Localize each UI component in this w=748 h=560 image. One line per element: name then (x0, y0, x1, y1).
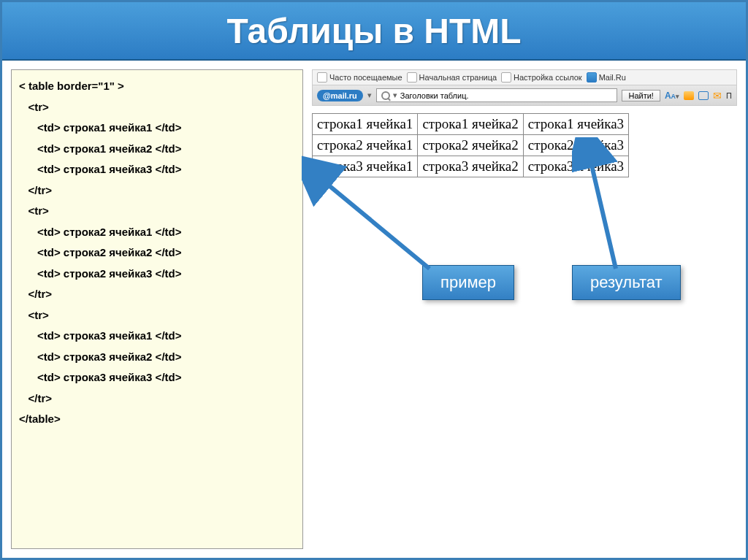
page-icon (501, 72, 511, 83)
code-line: </table> (19, 409, 295, 430)
font-size-icon[interactable]: AA▾ (665, 91, 679, 101)
code-line: </tr> (19, 180, 295, 202)
table-cell: строка1 ячейка1 (313, 114, 418, 135)
result-table: строка1 ячейка1 строка1 ячейка2 строка1 … (312, 113, 629, 177)
table-cell: строка3 ячейка1 (313, 156, 418, 177)
table-cell: строка3 ячейка3 (523, 156, 628, 177)
code-line: </tr> (19, 388, 295, 410)
table-cell: строка2 ячейка2 (418, 135, 523, 156)
code-line: <td> строка1 ячейка3 </td> (19, 159, 295, 180)
code-line: <td> строка3 ячейка3 </td> (19, 367, 295, 388)
code-line: <tr> (19, 97, 295, 118)
table-cell: строка1 ячейка3 (523, 114, 628, 135)
slide-title: Таблицы в HTML (226, 11, 521, 51)
title-bar: Таблицы в HTML (2, 2, 746, 61)
code-line: < table border="1" > (19, 76, 295, 97)
code-line: <td> строка2 ячейка2 </td> (19, 242, 295, 264)
screenshot-icon[interactable] (698, 91, 709, 100)
code-line: <td> строка2 ячейка1 </td> (19, 222, 295, 243)
page-icon (317, 72, 327, 83)
code-example-panel: < table border="1" > <tr> <td> строка1 я… (11, 69, 303, 549)
find-button[interactable]: Найти! (622, 90, 660, 101)
po-label: П (726, 91, 732, 100)
search-icon (381, 91, 390, 100)
mailru-logo[interactable]: @mail.ru (317, 90, 363, 101)
browser-result-panel: Часто посещаемые Начальная страница Наст… (312, 69, 737, 549)
dropdown-arrow-icon: ▾ (393, 91, 397, 100)
table-cell: строка1 ячейка2 (418, 114, 523, 135)
code-line: <tr> (19, 305, 295, 326)
bookmark-frequent[interactable]: Часто посещаемые (317, 72, 402, 83)
code-line: <tr> (19, 201, 295, 222)
page-icon (407, 72, 417, 83)
mail-icon (587, 72, 597, 83)
bookmark-links[interactable]: Настройка ссылок (501, 72, 582, 83)
table-row: строка2 ячейка1 строка2 ячейка2 строка2 … (313, 135, 629, 156)
table-row: строка3 ячейка1 строка3 ячейка2 строка3 … (313, 156, 629, 177)
content-area: < table border="1" > <tr> <td> строка1 я… (2, 61, 746, 558)
bookmark-mailru[interactable]: Mail.Ru (587, 72, 626, 83)
search-input[interactable]: ▾ Заголовки таблиц. (376, 88, 618, 102)
code-line: </tr> (19, 284, 295, 305)
label-example: пример (422, 265, 514, 300)
slide-frame: Таблицы в HTML < table border="1" > <tr>… (0, 0, 748, 560)
table-row: строка1 ячейка1 строка1 ячейка2 строка1 … (313, 114, 629, 135)
code-line: <td> строка2 ячейка3 </td> (19, 264, 295, 285)
notes-icon[interactable] (684, 91, 694, 100)
bookmark-startpage[interactable]: Начальная страница (407, 72, 497, 83)
search-value: Заголовки таблиц. (400, 91, 469, 100)
code-line: <td> строка3 ячейка2 </td> (19, 347, 295, 368)
table-cell: строка2 ячейка3 (523, 135, 628, 156)
code-line: <td> строка3 ячейка1 </td> (19, 326, 295, 347)
dropdown-arrow-icon[interactable]: ▾ (367, 91, 372, 100)
envelope-icon[interactable]: ✉ (713, 90, 722, 101)
code-line: <td> строка1 ячейка1 </td> (19, 118, 295, 139)
table-cell: строка2 ячейка1 (313, 135, 418, 156)
label-result: результат (572, 265, 681, 300)
table-cell: строка3 ячейка2 (418, 156, 523, 177)
browser-search-bar: @mail.ru ▾ ▾ Заголовки таблиц. Найти! AA… (312, 85, 737, 106)
browser-bookmarks-bar: Часто посещаемые Начальная страница Наст… (312, 69, 737, 85)
code-line: <td> строка1 ячейка2 </td> (19, 139, 295, 160)
